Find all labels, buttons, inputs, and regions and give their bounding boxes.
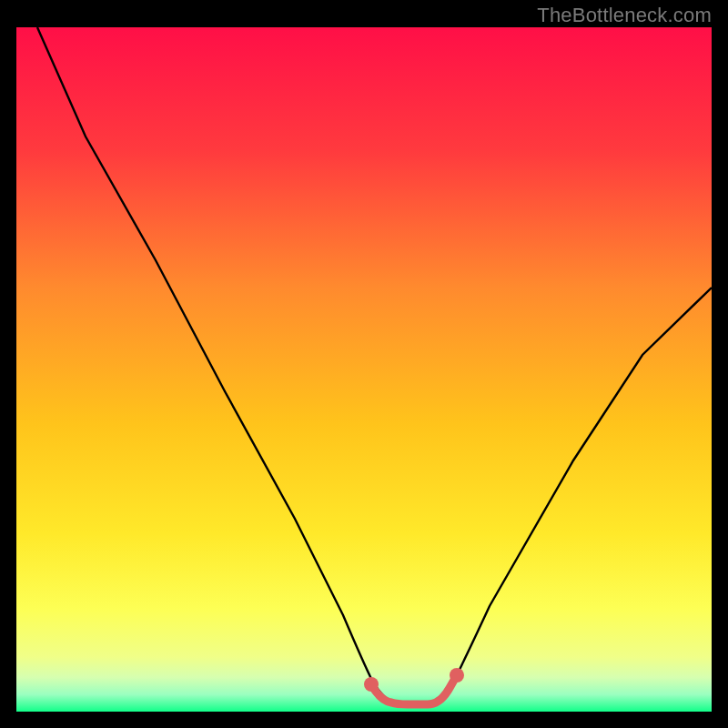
optimal-zone [16,27,712,712]
optimal-zone-dot-left [364,677,379,692]
plot-area [16,27,712,712]
watermark-text: TheBottleneck.com [537,4,712,27]
optimal-zone-dot-right [450,668,464,682]
plot-outer [16,27,712,712]
chart-frame: TheBottleneck.com [0,0,728,728]
optimal-zone-path [371,675,457,704]
